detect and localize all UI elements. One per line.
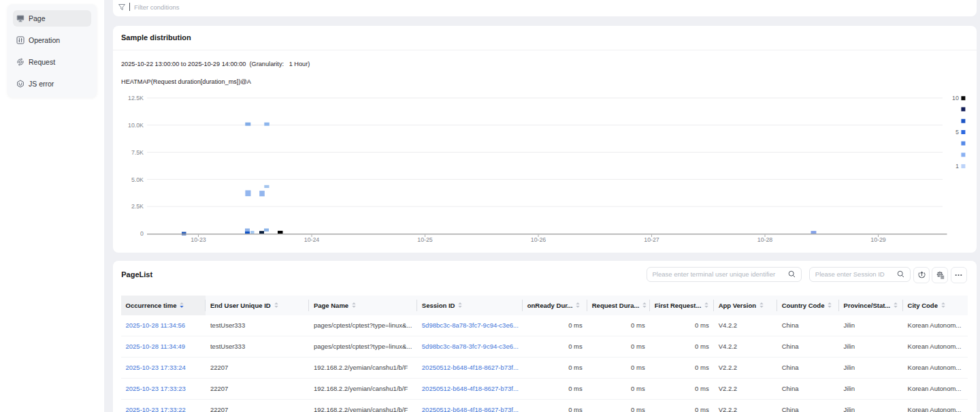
svg-text:10.0K: 10.0K — [128, 122, 144, 129]
svg-text:10-26: 10-26 — [530, 236, 546, 243]
svg-text:10-28: 10-28 — [757, 236, 772, 243]
svg-text:10-24: 10-24 — [304, 236, 319, 243]
svg-text:10-25: 10-25 — [417, 236, 433, 243]
svg-text:7.5K: 7.5K — [131, 149, 143, 156]
svg-text:5: 5 — [955, 129, 958, 136]
svg-text:2.5K: 2.5K — [131, 203, 143, 210]
svg-text:10-29: 10-29 — [870, 236, 886, 243]
svg-text:1: 1 — [955, 163, 958, 170]
svg-text:5.0K: 5.0K — [131, 176, 143, 183]
svg-text:10: 10 — [952, 95, 959, 101]
svg-text:12.5K: 12.5K — [128, 95, 144, 101]
svg-text:10-27: 10-27 — [644, 236, 659, 243]
svg-text:10-23: 10-23 — [191, 236, 206, 243]
svg-text:0: 0 — [140, 230, 144, 237]
